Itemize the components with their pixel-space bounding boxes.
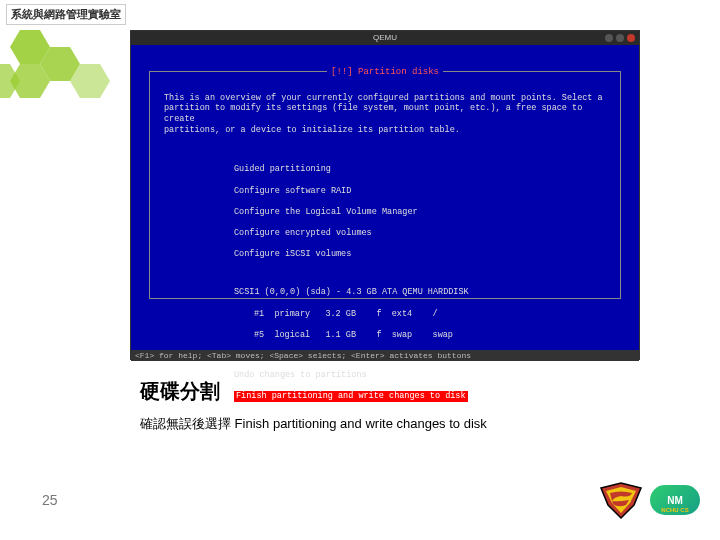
dialog-intro: This is an overview of your currently co…	[164, 93, 603, 135]
qemu-title: QEMU	[373, 33, 397, 42]
slide-header: 系統與網路管理實驗室	[6, 4, 126, 25]
lab-title: 系統與網路管理實驗室	[6, 4, 126, 25]
qemu-screenshot: QEMU [!!] Partition disks This is an ove…	[130, 30, 640, 360]
menu-guided[interactable]: Guided partitioning	[234, 164, 606, 175]
qemu-titlebar: QEMU	[131, 31, 639, 45]
installer-screen: [!!] Partition disks This is an overview…	[131, 45, 639, 361]
menu-encrypted[interactable]: Configure encrypted volumes	[234, 228, 606, 239]
help-bar: <F1> for help; <Tab> moves; <Space> sele…	[131, 350, 639, 361]
dialog-title: [!!] Partition disks	[327, 67, 443, 77]
nmlab-subtext: NCHU CS	[661, 507, 688, 513]
slide-caption: 硬碟分割 確認無誤後選擇 Finish partitioning and wri…	[140, 378, 487, 433]
hexagon-decoration	[0, 20, 130, 124]
partition-1[interactable]: #1 primary 3.2 GB f ext4 /	[254, 309, 606, 320]
maximize-icon[interactable]	[616, 34, 624, 42]
close-icon[interactable]	[627, 34, 635, 42]
caption-subtitle: 確認無誤後選擇 Finish partitioning and write ch…	[140, 415, 487, 433]
nmlab-logo: NM NCHU CS	[650, 485, 700, 515]
device-sda[interactable]: SCSI1 (0,0,0) (sda) - 4.3 GB ATA QEMU HA…	[234, 287, 606, 298]
footer-logos: NM NCHU CS	[596, 480, 700, 520]
minimize-icon[interactable]	[605, 34, 613, 42]
dialog-frame: [!!] Partition disks This is an overview…	[149, 71, 621, 299]
nmlab-text: NM	[667, 495, 683, 506]
partition-5[interactable]: #5 logical 1.1 GB f swap swap	[254, 330, 606, 341]
svg-marker-4	[0, 64, 20, 98]
window-controls	[605, 34, 635, 42]
caption-title: 硬碟分割	[140, 378, 487, 405]
page-number: 25	[42, 492, 58, 508]
menu-iscsi[interactable]: Configure iSCSI volumes	[234, 249, 606, 260]
menu-lvm[interactable]: Configure the Logical Volume Manager	[234, 207, 606, 218]
menu-raid[interactable]: Configure software RAID	[234, 186, 606, 197]
superman-logo-icon	[596, 480, 646, 520]
